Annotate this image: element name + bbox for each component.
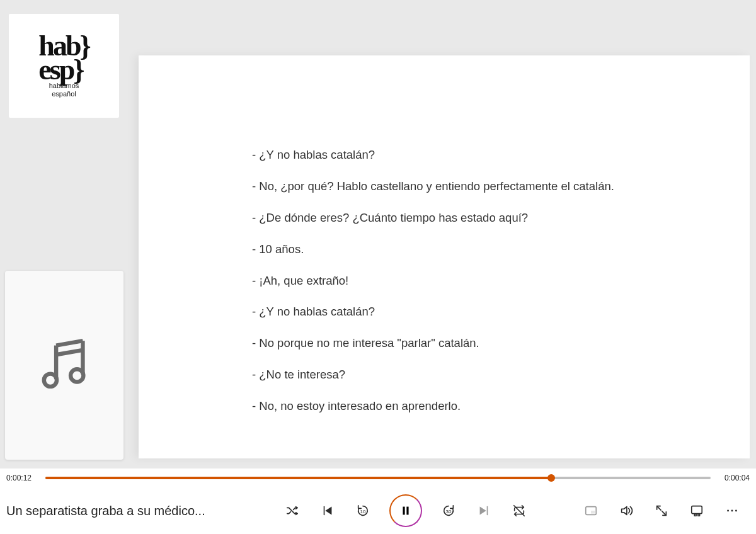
transcript-line: - ¿De dónde eres? ¿Cuánto tiempo has est… <box>252 210 712 226</box>
svg-point-18 <box>727 510 729 512</box>
next-track-button[interactable] <box>475 502 493 520</box>
seek-bar[interactable] <box>45 476 711 480</box>
shuffle-button[interactable] <box>284 502 301 520</box>
transcript-line: - ¡Ah, que extraño! <box>252 273 712 289</box>
fullscreen-button[interactable] <box>653 502 670 520</box>
progress-row: 0:00:12 0:00:04 <box>0 469 756 487</box>
transcript-line: - 10 años. <box>252 241 712 258</box>
seek-thumb[interactable] <box>547 474 555 482</box>
svg-point-5 <box>71 369 83 382</box>
music-note-icon <box>35 335 93 395</box>
transport-controls: 10 30 <box>284 494 528 527</box>
remaining-time: 0:00:04 <box>722 474 750 482</box>
svg-rect-15 <box>692 506 702 514</box>
svg-line-3 <box>56 350 83 355</box>
skip-forward-button[interactable]: 30 <box>440 502 457 520</box>
previous-track-button[interactable] <box>319 502 336 520</box>
svg-rect-17 <box>698 514 700 516</box>
pause-button[interactable] <box>389 494 422 527</box>
svg-rect-9 <box>406 507 408 515</box>
skip-back-button[interactable]: 10 <box>354 502 372 520</box>
logo-wordmark: hab} esp} <box>38 34 89 81</box>
transcript: - ¿Y no hablas catalán? - No, ¿por qué? … <box>252 147 712 429</box>
transcript-line: - ¿Y no hablas catalán? <box>252 147 712 163</box>
svg-rect-14 <box>591 511 595 514</box>
miniplayer-button[interactable] <box>582 502 600 520</box>
album-art-placeholder <box>5 271 123 460</box>
skip-forward-label: 30 <box>446 509 452 514</box>
player-controls: Un separatista graba a su médico... 10 <box>0 487 756 534</box>
svg-line-0 <box>56 341 83 345</box>
svg-point-19 <box>731 510 733 512</box>
transcript-line: - ¿No te interesa? <box>252 366 712 383</box>
seek-fill <box>45 477 551 479</box>
logo-subtitle-1: hablamos <box>49 82 79 89</box>
more-options-button[interactable] <box>723 502 741 520</box>
skip-back-label: 10 <box>360 509 366 514</box>
svg-rect-8 <box>403 507 404 515</box>
transcript-line: - No porque no me interesa "parlar" cata… <box>252 335 712 351</box>
svg-rect-16 <box>694 514 696 516</box>
svg-marker-7 <box>325 507 331 515</box>
transcript-line: - ¿Y no hablas catalán? <box>252 304 712 320</box>
transcript-line: - No, no estoy interesado en aprenderlo. <box>252 398 712 414</box>
transcript-line: - No, ¿por qué? Hablo castellano y entie… <box>252 178 712 195</box>
logo-line-2: esp} <box>38 58 89 82</box>
repeat-off-button[interactable] <box>510 502 528 520</box>
cast-button[interactable] <box>688 502 706 520</box>
svg-point-4 <box>44 374 57 387</box>
track-title: Un separatista graba a su médico... <box>6 504 271 518</box>
document-panel: - ¿Y no hablas catalán? - No, ¿por qué? … <box>139 55 750 458</box>
logo-subtitle-2: español <box>52 91 76 98</box>
logo-card: hab} esp} hablamos español <box>9 14 119 118</box>
volume-button[interactable] <box>617 502 635 520</box>
elapsed-time: 0:00:12 <box>6 474 34 482</box>
svg-marker-10 <box>480 507 486 515</box>
svg-point-20 <box>735 510 737 512</box>
secondary-controls <box>582 502 750 520</box>
